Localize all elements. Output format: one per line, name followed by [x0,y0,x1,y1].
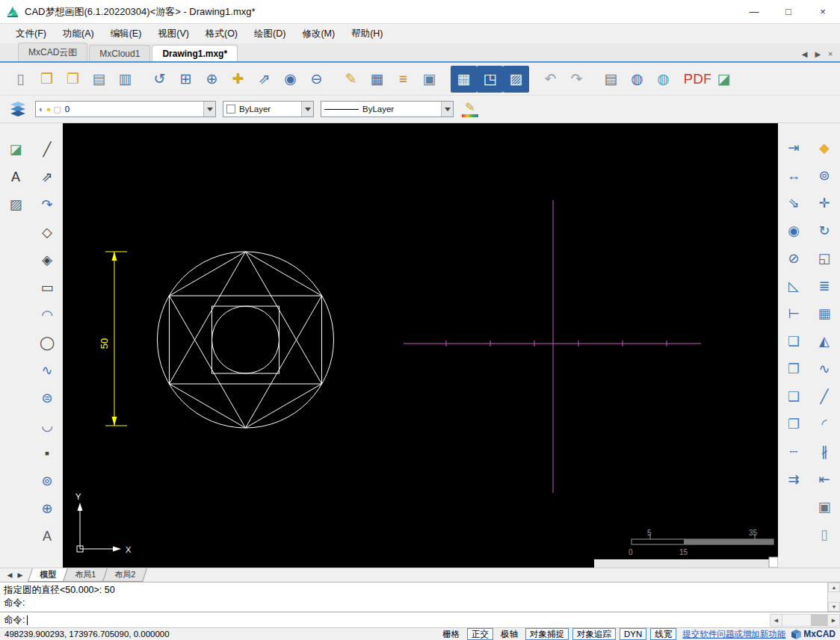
dropdown-arrow-icon[interactable] [301,102,313,116]
table-edit-icon[interactable]: ▨ [503,66,529,93]
copy-block-icon[interactable]: ❐ [782,355,806,382]
polygon-icon[interactable]: ◇ [35,218,59,246]
tab-layout1[interactable]: 布局1 [63,568,108,582]
spline-fit-icon[interactable]: ∿ [812,355,836,382]
dropdown-arrow-icon[interactable] [441,102,453,116]
rectangle-icon[interactable]: ▭ [35,273,59,301]
arc-icon[interactable]: ◠ [35,301,59,329]
hscroll-thumb[interactable] [811,615,827,626]
zoom-object-icon[interactable]: ◉ [782,217,806,244]
text-style-icon[interactable]: A [4,163,28,190]
arc-continue-icon[interactable]: ◡ [35,411,59,439]
insert-image-icon[interactable]: ◪ [4,135,28,163]
layout-scroll-left-icon[interactable]: ◀ [4,571,15,579]
toggle-otrack[interactable]: 对象追踪 [572,628,616,640]
text-lines-icon[interactable]: ≡ [390,66,416,93]
measure-angle-icon[interactable]: ◺ [782,272,806,299]
zoom-extents-icon[interactable]: ◉ [277,66,303,93]
image-export-icon[interactable]: ◪ [711,66,737,93]
offset-icon[interactable]: ≣ [812,272,836,299]
menu-function[interactable]: 功能(A) [55,25,102,43]
menu-edit[interactable]: 编辑(E) [102,25,150,43]
array-rect-icon[interactable]: ❏ [782,327,806,355]
minimize-button[interactable]: — [737,0,771,23]
circle-icon[interactable]: ◯ [35,329,59,356]
menu-format[interactable]: 格式(O) [197,25,246,43]
scroll-down-icon[interactable]: ▼ [828,602,840,612]
feedback-link[interactable]: 提交软件问题或增加新功能 [682,629,785,640]
command-input[interactable]: 命令: ◀ ▶ [0,612,840,627]
construction-line-icon[interactable]: ⇗ [35,163,59,190]
menu-modify[interactable]: 修改(M) [294,25,343,43]
menu-help[interactable]: 帮助(H) [343,25,391,43]
measure-distance-icon[interactable]: ↔ [782,161,806,189]
divide-icon[interactable]: ┄ [782,438,806,465]
open-folder-icon[interactable]: ❐ [60,66,86,93]
zoom-out-icon[interactable]: ⊖ [303,66,330,93]
draw-pen-icon[interactable]: ✎ [338,66,364,93]
undo-icon[interactable]: ↶ [537,66,563,93]
pdf-export-icon[interactable]: PDF [685,66,711,93]
new-file-icon[interactable]: ▯ [7,66,34,93]
tab-close-icon[interactable]: × [828,50,833,58]
web-publish-icon[interactable]: ◍ [650,66,676,93]
box-3d-icon[interactable]: ▣ [812,493,836,521]
zoom-window-icon[interactable]: ⊞ [173,66,199,93]
trim-icon[interactable]: ⇤ [812,465,836,493]
tab-drawing1[interactable]: Drawing1.mxg* [152,45,238,61]
layers-stack-icon[interactable] [7,100,28,118]
command-vscrollbar[interactable]: ▲ ▼ [827,582,840,612]
dropdown-arrow-icon[interactable] [203,102,215,116]
menu-view[interactable]: 视图(V) [149,25,197,43]
extend-icon[interactable]: ⇉ [782,465,806,493]
print-icon[interactable]: ▤ [598,66,624,93]
tab-scroll-right-icon[interactable]: ▶ [815,50,821,58]
color-combo[interactable]: ByLayer [223,101,314,117]
pan-icon[interactable]: ✚ [225,66,251,93]
break-icon[interactable]: ∦ [812,438,836,465]
join-icon[interactable]: ⇥ [782,134,806,161]
web-icon[interactable]: ◍ [624,66,650,93]
toggle-grid[interactable]: 栅格 [439,629,463,639]
scale-icon[interactable]: ◱ [812,244,836,272]
scroll-up-icon[interactable]: ▲ [828,582,840,592]
maximize-button[interactable]: □ [771,0,806,23]
scroll-right-icon[interactable]: ▶ [827,614,840,627]
tab-mxcad-cloud[interactable]: MxCAD云图 [18,43,87,61]
open-cloud-icon[interactable]: ❒ [34,66,60,93]
layout-scroll-right-icon[interactable]: ▶ [15,571,25,579]
view-export-icon[interactable]: ◳ [477,66,503,93]
hatch-icon[interactable]: ▨ [4,190,28,218]
array-icon[interactable]: ▦ [812,299,836,327]
polygon-inscribed-icon[interactable]: ◈ [35,246,59,273]
redo-icon[interactable]: ↷ [563,66,590,93]
point-icon[interactable]: ▪ [35,439,59,467]
toggle-polar[interactable]: 极轴 [497,629,522,639]
tab-mxcloud1[interactable]: MxCloud1 [89,45,150,61]
erase-icon[interactable]: ◆ [812,134,836,161]
toggle-osnap[interactable]: 对象捕捉 [525,628,569,640]
toggle-ortho[interactable]: 正交 [467,628,493,640]
clipboard-icon[interactable]: ▯ [812,521,836,548]
drawing-canvas[interactable]: 50 [63,123,778,568]
canvas-hscrollbar[interactable] [594,557,778,568]
stretch-icon[interactable]: ⇘ [782,189,806,217]
polyline-icon[interactable]: ↷ [35,190,59,218]
hscroll-track[interactable] [782,614,827,627]
copy-icon[interactable]: ⊚ [812,161,836,189]
block-edit-icon[interactable]: ❒ [782,410,806,438]
paste-block-icon[interactable]: ▣ [416,66,442,93]
line-icon[interactable]: ╱ [35,135,59,163]
save-icon[interactable]: ▤ [86,66,112,93]
tab-model[interactable]: 模型 [28,568,68,582]
region-icon[interactable]: ⊘ [782,244,806,272]
dimension-icon[interactable]: ⊢ [782,299,806,327]
save-as-icon[interactable]: ▥ [112,66,138,93]
scroll-left-icon[interactable]: ◀ [770,614,782,627]
insert-block-icon[interactable]: ❑ [782,382,806,410]
table-text-icon[interactable]: ▦ [451,66,477,93]
tab-scroll-left-icon[interactable]: ◀ [802,50,808,58]
table-icon[interactable]: ▦ [364,66,390,93]
zoom-in-icon[interactable]: ⊕ [199,66,225,93]
zoom-previous-icon[interactable]: ↺ [146,66,173,93]
